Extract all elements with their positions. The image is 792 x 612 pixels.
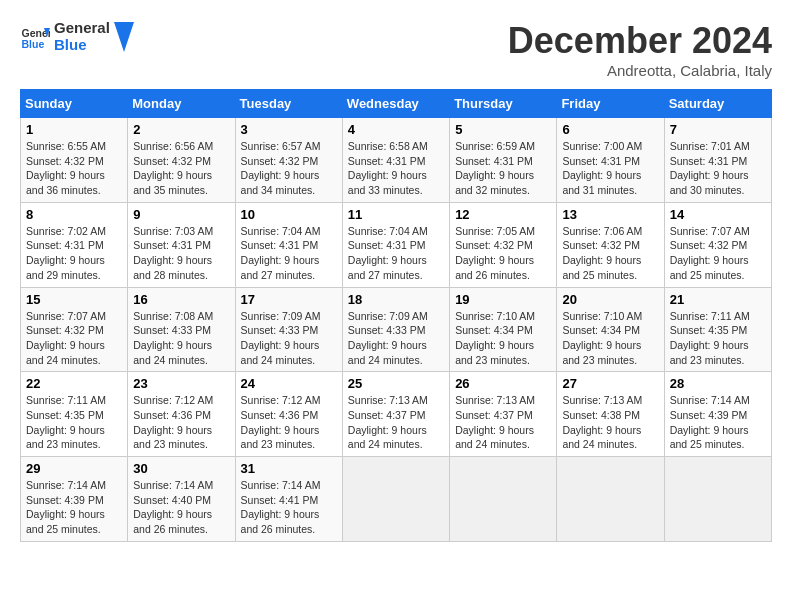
day-number: 13 — [562, 207, 658, 222]
day-info: Sunrise: 7:14 AM Sunset: 4:41 PM Dayligh… — [241, 478, 337, 537]
day-number: 8 — [26, 207, 122, 222]
calendar-cell: 7Sunrise: 7:01 AM Sunset: 4:31 PM Daylig… — [664, 118, 771, 203]
calendar-subtitle: Andreotta, Calabria, Italy — [508, 62, 772, 79]
day-info: Sunrise: 7:14 AM Sunset: 4:39 PM Dayligh… — [670, 393, 766, 452]
week-row-1: 1Sunrise: 6:55 AM Sunset: 4:32 PM Daylig… — [21, 118, 772, 203]
calendar-cell: 16Sunrise: 7:08 AM Sunset: 4:33 PM Dayli… — [128, 287, 235, 372]
calendar-cell: 14Sunrise: 7:07 AM Sunset: 4:32 PM Dayli… — [664, 202, 771, 287]
day-info: Sunrise: 7:09 AM Sunset: 4:33 PM Dayligh… — [348, 309, 444, 368]
day-number: 19 — [455, 292, 551, 307]
day-number: 26 — [455, 376, 551, 391]
calendar-cell: 8Sunrise: 7:02 AM Sunset: 4:31 PM Daylig… — [21, 202, 128, 287]
logo: General Blue General Blue — [20, 20, 134, 53]
day-info: Sunrise: 6:57 AM Sunset: 4:32 PM Dayligh… — [241, 139, 337, 198]
calendar-cell: 31Sunrise: 7:14 AM Sunset: 4:41 PM Dayli… — [235, 457, 342, 542]
week-row-2: 8Sunrise: 7:02 AM Sunset: 4:31 PM Daylig… — [21, 202, 772, 287]
day-info: Sunrise: 7:13 AM Sunset: 4:37 PM Dayligh… — [348, 393, 444, 452]
day-info: Sunrise: 7:00 AM Sunset: 4:31 PM Dayligh… — [562, 139, 658, 198]
header-day-thursday: Thursday — [450, 90, 557, 118]
calendar-cell: 27Sunrise: 7:13 AM Sunset: 4:38 PM Dayli… — [557, 372, 664, 457]
calendar-cell: 10Sunrise: 7:04 AM Sunset: 4:31 PM Dayli… — [235, 202, 342, 287]
day-number: 10 — [241, 207, 337, 222]
calendar-cell: 29Sunrise: 7:14 AM Sunset: 4:39 PM Dayli… — [21, 457, 128, 542]
day-info: Sunrise: 7:12 AM Sunset: 4:36 PM Dayligh… — [133, 393, 229, 452]
calendar-cell: 13Sunrise: 7:06 AM Sunset: 4:32 PM Dayli… — [557, 202, 664, 287]
calendar-cell: 4Sunrise: 6:58 AM Sunset: 4:31 PM Daylig… — [342, 118, 449, 203]
svg-marker-3 — [114, 22, 134, 52]
calendar-cell: 30Sunrise: 7:14 AM Sunset: 4:40 PM Dayli… — [128, 457, 235, 542]
calendar-cell: 6Sunrise: 7:00 AM Sunset: 4:31 PM Daylig… — [557, 118, 664, 203]
week-row-3: 15Sunrise: 7:07 AM Sunset: 4:32 PM Dayli… — [21, 287, 772, 372]
calendar-cell: 18Sunrise: 7:09 AM Sunset: 4:33 PM Dayli… — [342, 287, 449, 372]
logo-general: General — [54, 20, 110, 37]
calendar-cell: 25Sunrise: 7:13 AM Sunset: 4:37 PM Dayli… — [342, 372, 449, 457]
day-info: Sunrise: 6:55 AM Sunset: 4:32 PM Dayligh… — [26, 139, 122, 198]
calendar-cell — [557, 457, 664, 542]
day-info: Sunrise: 7:14 AM Sunset: 4:39 PM Dayligh… — [26, 478, 122, 537]
day-number: 14 — [670, 207, 766, 222]
day-info: Sunrise: 7:02 AM Sunset: 4:31 PM Dayligh… — [26, 224, 122, 283]
day-number: 21 — [670, 292, 766, 307]
day-number: 9 — [133, 207, 229, 222]
day-info: Sunrise: 7:07 AM Sunset: 4:32 PM Dayligh… — [26, 309, 122, 368]
calendar-cell: 26Sunrise: 7:13 AM Sunset: 4:37 PM Dayli… — [450, 372, 557, 457]
day-number: 25 — [348, 376, 444, 391]
title-block: December 2024 Andreotta, Calabria, Italy — [508, 20, 772, 79]
day-number: 23 — [133, 376, 229, 391]
svg-text:Blue: Blue — [22, 37, 45, 49]
day-number: 3 — [241, 122, 337, 137]
day-info: Sunrise: 7:12 AM Sunset: 4:36 PM Dayligh… — [241, 393, 337, 452]
day-info: Sunrise: 7:10 AM Sunset: 4:34 PM Dayligh… — [562, 309, 658, 368]
day-info: Sunrise: 7:11 AM Sunset: 4:35 PM Dayligh… — [670, 309, 766, 368]
header-row: SundayMondayTuesdayWednesdayThursdayFrid… — [21, 90, 772, 118]
day-info: Sunrise: 7:01 AM Sunset: 4:31 PM Dayligh… — [670, 139, 766, 198]
day-number: 4 — [348, 122, 444, 137]
logo-icon: General Blue — [20, 22, 50, 52]
day-info: Sunrise: 6:58 AM Sunset: 4:31 PM Dayligh… — [348, 139, 444, 198]
day-number: 22 — [26, 376, 122, 391]
day-number: 30 — [133, 461, 229, 476]
calendar-cell: 17Sunrise: 7:09 AM Sunset: 4:33 PM Dayli… — [235, 287, 342, 372]
day-number: 29 — [26, 461, 122, 476]
day-info: Sunrise: 7:04 AM Sunset: 4:31 PM Dayligh… — [348, 224, 444, 283]
week-row-5: 29Sunrise: 7:14 AM Sunset: 4:39 PM Dayli… — [21, 457, 772, 542]
calendar-cell: 20Sunrise: 7:10 AM Sunset: 4:34 PM Dayli… — [557, 287, 664, 372]
day-number: 18 — [348, 292, 444, 307]
day-number: 12 — [455, 207, 551, 222]
calendar-cell: 11Sunrise: 7:04 AM Sunset: 4:31 PM Dayli… — [342, 202, 449, 287]
logo-blue: Blue — [54, 37, 110, 54]
day-number: 20 — [562, 292, 658, 307]
calendar-cell: 21Sunrise: 7:11 AM Sunset: 4:35 PM Dayli… — [664, 287, 771, 372]
calendar-cell: 24Sunrise: 7:12 AM Sunset: 4:36 PM Dayli… — [235, 372, 342, 457]
day-info: Sunrise: 7:07 AM Sunset: 4:32 PM Dayligh… — [670, 224, 766, 283]
calendar-cell: 5Sunrise: 6:59 AM Sunset: 4:31 PM Daylig… — [450, 118, 557, 203]
day-info: Sunrise: 7:08 AM Sunset: 4:33 PM Dayligh… — [133, 309, 229, 368]
calendar-title: December 2024 — [508, 20, 772, 62]
header-day-sunday: Sunday — [21, 90, 128, 118]
calendar-cell — [664, 457, 771, 542]
week-row-4: 22Sunrise: 7:11 AM Sunset: 4:35 PM Dayli… — [21, 372, 772, 457]
day-number: 31 — [241, 461, 337, 476]
logo-arrow-icon — [114, 22, 134, 52]
header-day-tuesday: Tuesday — [235, 90, 342, 118]
calendar-cell — [450, 457, 557, 542]
day-number: 6 — [562, 122, 658, 137]
day-number: 2 — [133, 122, 229, 137]
day-info: Sunrise: 7:05 AM Sunset: 4:32 PM Dayligh… — [455, 224, 551, 283]
day-number: 16 — [133, 292, 229, 307]
day-info: Sunrise: 7:03 AM Sunset: 4:31 PM Dayligh… — [133, 224, 229, 283]
calendar-cell: 23Sunrise: 7:12 AM Sunset: 4:36 PM Dayli… — [128, 372, 235, 457]
day-number: 1 — [26, 122, 122, 137]
calendar-cell: 19Sunrise: 7:10 AM Sunset: 4:34 PM Dayli… — [450, 287, 557, 372]
day-info: Sunrise: 7:11 AM Sunset: 4:35 PM Dayligh… — [26, 393, 122, 452]
day-info: Sunrise: 7:10 AM Sunset: 4:34 PM Dayligh… — [455, 309, 551, 368]
calendar-cell: 2Sunrise: 6:56 AM Sunset: 4:32 PM Daylig… — [128, 118, 235, 203]
day-number: 24 — [241, 376, 337, 391]
day-number: 15 — [26, 292, 122, 307]
header-day-saturday: Saturday — [664, 90, 771, 118]
day-number: 17 — [241, 292, 337, 307]
page-header: General Blue General Blue December 2024 … — [20, 20, 772, 79]
calendar-cell: 3Sunrise: 6:57 AM Sunset: 4:32 PM Daylig… — [235, 118, 342, 203]
day-info: Sunrise: 6:56 AM Sunset: 4:32 PM Dayligh… — [133, 139, 229, 198]
day-info: Sunrise: 6:59 AM Sunset: 4:31 PM Dayligh… — [455, 139, 551, 198]
